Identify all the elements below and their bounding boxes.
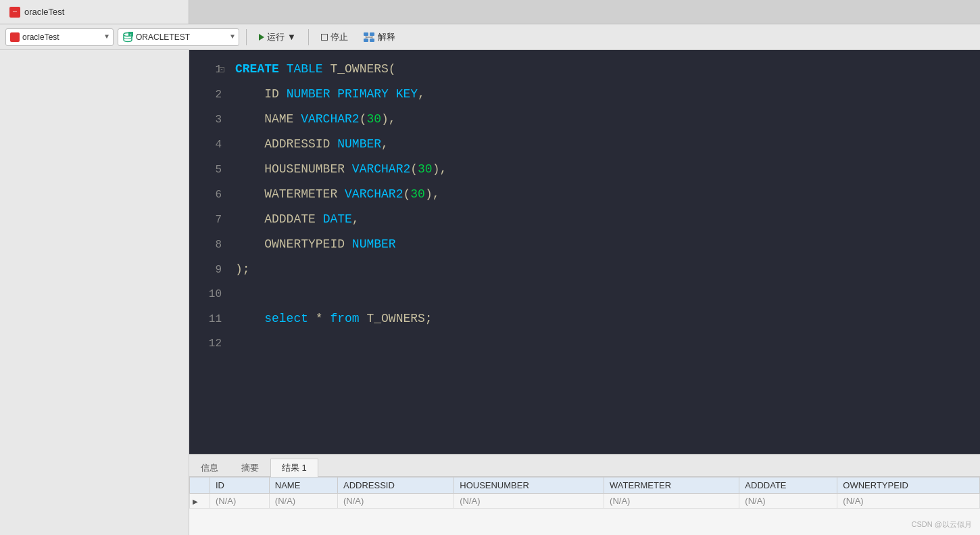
result-table: IDNAMEADDRESSIDHOUSENUMBERWATERMETERADDD…	[189, 477, 980, 509]
table-header-cell: ID	[210, 478, 270, 494]
fold-icon[interactable]: -	[219, 67, 224, 72]
database-name: ORACLETEST	[136, 32, 228, 42]
stop-label: 停止	[330, 31, 348, 43]
svg-rect-5	[364, 39, 368, 42]
code-line: 5 HOUSENUMBER VARCHAR2(30),	[189, 157, 980, 182]
code-line: 12	[189, 331, 980, 356]
line-number: 5	[189, 158, 230, 182]
run-label: 运行	[267, 31, 285, 43]
code-line: 3 NAME VARCHAR2(30),	[189, 107, 980, 132]
line-content: ADDDATE DATE,	[230, 207, 980, 231]
line-content: select * from T_OWNERS;	[230, 306, 980, 331]
line-content: WATERMETER VARCHAR2(30),	[230, 182, 980, 206]
run-button[interactable]: 运行 ▼	[253, 29, 301, 45]
code-line: 2 ID NUMBER PRIMARY KEY,	[189, 82, 980, 107]
toolbar-separator-2	[308, 29, 309, 45]
bottom-tab[interactable]: 结果 1	[270, 459, 318, 477]
result-table-container: IDNAMEADDRESSIDHOUSENUMBERWATERMETERADDD…	[189, 477, 980, 535]
stop-icon	[321, 34, 328, 41]
line-number: 11	[189, 307, 230, 331]
table-cell: (N/A)	[454, 494, 604, 509]
line-number: 12	[189, 331, 230, 356]
table-cell: (N/A)	[210, 494, 270, 509]
watermark: CSDN @以云似月	[912, 519, 972, 530]
explain-icon	[363, 32, 375, 43]
svg-rect-3	[364, 32, 368, 36]
line-content: OWNERTYPEID NUMBER	[230, 232, 980, 256]
line-content: CREATE TABLE T_OWNERS(	[230, 57, 980, 81]
table-header-arrow-cell	[190, 478, 210, 494]
conn-icon	[10, 32, 20, 42]
line-content: );	[230, 257, 980, 281]
code-line: 7 ADDDATE DATE,	[189, 207, 980, 232]
line-number: 2	[189, 83, 230, 107]
line-number: 4	[189, 133, 230, 157]
line-number: 10	[189, 282, 230, 306]
code-line: 1-CREATE TABLE T_OWNERS(	[189, 57, 980, 82]
connection-icon	[9, 7, 20, 18]
code-line: 11 select * from T_OWNERS;	[189, 306, 980, 331]
code-line: 8 OWNERTYPEID NUMBER	[189, 232, 980, 257]
conn-dropdown-arrow: ▼	[105, 33, 109, 41]
db-dropdown-arrow: ▼	[230, 33, 235, 41]
table-cell: (N/A)	[269, 494, 337, 509]
database-icon: ✦	[122, 32, 133, 43]
table-header-cell: ADDDATE	[739, 478, 837, 494]
connection-name: oracleTest	[22, 32, 102, 42]
line-number: 8	[189, 233, 230, 257]
line-content: HOUSENUMBER VARCHAR2(30),	[230, 157, 980, 181]
line-number: 6	[189, 183, 230, 207]
code-line: 10	[189, 282, 980, 306]
editor-pane: 1-CREATE TABLE T_OWNERS(2 ID NUMBER PRIM…	[189, 50, 980, 535]
connection-selector[interactable]: oracleTest ▼	[5, 28, 114, 46]
row-arrow	[190, 494, 210, 509]
stop-button[interactable]: 停止	[316, 29, 353, 45]
code-line: 9);	[189, 257, 980, 282]
bottom-panel: 信息摘要结果 1 IDNAMEADDRESSIDHOUSENUMBERWATER…	[189, 454, 980, 535]
database-selector[interactable]: ✦ ORACLETEST ▼	[118, 28, 239, 46]
code-line: 6 WATERMETER VARCHAR2(30),	[189, 182, 980, 207]
line-number: 1-	[189, 57, 230, 82]
svg-rect-4	[370, 32, 374, 36]
line-content: ADDRESSID NUMBER,	[230, 132, 980, 156]
title-bar: oracleTest	[0, 0, 980, 24]
code-editor[interactable]: 1-CREATE TABLE T_OWNERS(2 ID NUMBER PRIM…	[189, 50, 980, 454]
main-area: 1-CREATE TABLE T_OWNERS(2 ID NUMBER PRIM…	[0, 50, 980, 535]
svg-text:✦: ✦	[130, 33, 132, 37]
explain-button[interactable]: 解释	[358, 29, 401, 45]
bottom-tab[interactable]: 信息	[189, 459, 230, 477]
explain-label: 解释	[378, 31, 395, 43]
table-header-cell: OWNERTYPEID	[837, 478, 980, 494]
left-tab-label: oracleTest	[24, 7, 64, 17]
table-cell: (N/A)	[338, 494, 454, 509]
code-line: 4 ADDRESSID NUMBER,	[189, 132, 980, 157]
table-header-cell: WATERMETER	[604, 478, 739, 494]
line-content: ID NUMBER PRIMARY KEY,	[230, 82, 980, 106]
table-header-cell: NAME	[269, 478, 337, 494]
toolbar-separator-1	[246, 29, 247, 45]
table-header-cell: HOUSENUMBER	[454, 478, 604, 494]
toolbar: oracleTest ▼ ✦ ORACLETEST ▼ 运行 ▼ 停止	[0, 24, 980, 50]
line-number: 9	[189, 258, 230, 282]
svg-rect-6	[370, 39, 374, 42]
table-row: (N/A)(N/A)(N/A)(N/A)(N/A)(N/A)(N/A)	[190, 494, 980, 509]
sidebar	[0, 50, 189, 535]
line-number: 7	[189, 208, 230, 232]
bottom-tab[interactable]: 摘要	[230, 459, 270, 477]
line-number: 3	[189, 108, 230, 132]
table-header-row: IDNAMEADDRESSIDHOUSENUMBERWATERMETERADDD…	[190, 478, 980, 494]
table-cell: (N/A)	[739, 494, 837, 509]
table-header-cell: ADDRESSID	[338, 478, 454, 494]
run-dropdown-arrow: ▼	[287, 32, 296, 42]
bottom-tabs: 信息摘要结果 1	[189, 455, 980, 477]
table-cell: (N/A)	[837, 494, 980, 509]
line-content: NAME VARCHAR2(30),	[230, 107, 980, 131]
table-cell: (N/A)	[604, 494, 739, 509]
run-icon	[259, 34, 264, 41]
left-title-tab[interactable]: oracleTest	[0, 0, 189, 24]
